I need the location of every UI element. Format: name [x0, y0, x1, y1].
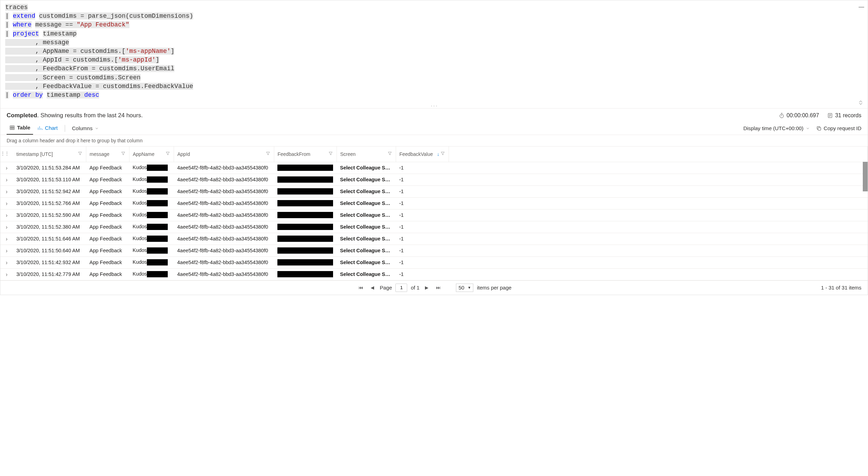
columns-button[interactable]: Columns: [69, 122, 102, 134]
table-row[interactable]: ›3/10/2020, 11:51:53.110 AMApp FeedbackK…: [0, 174, 868, 185]
cell-screen: Select Colleague Screen: [337, 162, 396, 174]
table-row[interactable]: ›3/10/2020, 11:51:52.766 AMApp FeedbackK…: [0, 197, 868, 209]
editor-expand-icon[interactable]: [858, 100, 863, 107]
column-header-screen[interactable]: Screen: [337, 146, 396, 162]
cell-appid: 4aee54f2-f8fb-4a82-bbd3-aa34554380f0: [174, 268, 274, 280]
column-header-message[interactable]: message: [86, 146, 129, 162]
filter-icon[interactable]: [121, 151, 126, 156]
pager: ⏮ ◀ Page of 1 ▶ ⏭ 50▼ items per page 1 -…: [0, 281, 868, 295]
table-row[interactable]: ›3/10/2020, 11:51:53.284 AMApp FeedbackK…: [0, 162, 868, 174]
cell-feedbackvalue: -1: [396, 221, 449, 233]
expander-icon[interactable]: ›: [6, 247, 8, 254]
tab-chart[interactable]: Chart: [34, 122, 61, 134]
redacted-block: [277, 224, 333, 230]
table-row[interactable]: ›3/10/2020, 11:51:42.779 AMApp FeedbackK…: [0, 268, 868, 280]
cell-feedbackvalue: -1: [396, 185, 449, 197]
scrollbar-thumb[interactable]: [863, 162, 868, 191]
expander-icon[interactable]: ›: [6, 200, 8, 206]
column-header-appname[interactable]: AppName: [129, 146, 174, 162]
cell-feedbackfrom: [274, 233, 337, 245]
cell-timestamp: 3/10/2020, 11:51:53.110 AM: [13, 174, 86, 185]
pager-size-select[interactable]: 50▼: [456, 284, 473, 292]
filter-icon[interactable]: [387, 151, 392, 156]
table-row[interactable]: ›3/10/2020, 11:51:52.942 AMApp FeedbackK…: [0, 185, 868, 197]
expander-icon[interactable]: ›: [6, 271, 8, 277]
query-editor[interactable]: traces | extend customdims = parse_json(…: [0, 0, 868, 110]
cell-appname: Kudos: [129, 256, 174, 268]
cell-timestamp: 3/10/2020, 11:51:52.380 AM: [13, 221, 86, 233]
redacted-block: [277, 165, 333, 171]
cell-timestamp: 3/10/2020, 11:51:53.284 AM: [13, 162, 86, 174]
cell-timestamp: 3/10/2020, 11:51:50.640 AM: [13, 245, 86, 256]
column-header-timestamp--utc-[interactable]: timestamp [UTC]: [13, 146, 86, 162]
cell-appname: Kudos: [129, 268, 174, 280]
expander-icon[interactable]: ›: [6, 188, 8, 195]
cell-message: App Feedback: [86, 174, 129, 185]
expander-icon[interactable]: ›: [6, 164, 8, 171]
column-header-feedbackfrom[interactable]: FeedbackFrom: [274, 146, 337, 162]
column-header-appid[interactable]: AppId: [174, 146, 274, 162]
cell-feedbackfrom: [274, 162, 337, 174]
pager-page-input[interactable]: [395, 284, 407, 292]
svg-rect-3: [818, 127, 821, 130]
expander-icon[interactable]: ›: [6, 212, 8, 218]
table-row[interactable]: ›3/10/2020, 11:51:52.380 AMApp FeedbackK…: [0, 221, 868, 233]
cell-message: App Feedback: [86, 221, 129, 233]
status-text: Completed. Showing results from the last…: [7, 112, 143, 119]
tab-table[interactable]: Table: [7, 122, 33, 135]
table-row[interactable]: ›3/10/2020, 11:51:42.932 AMApp FeedbackK…: [0, 256, 868, 268]
cell-feedbackvalue: -1: [396, 174, 449, 185]
pager-last[interactable]: ⏭: [434, 285, 443, 290]
group-by-dropzone[interactable]: Drag a column header and drop it here to…: [0, 135, 868, 146]
pager-prev[interactable]: ◀: [369, 285, 376, 290]
cell-appid: 4aee54f2-f8fb-4a82-bbd3-aa34554380f0: [174, 209, 274, 221]
expander-icon[interactable]: ›: [6, 223, 8, 230]
cell-screen: Select Colleague Screen: [337, 197, 396, 209]
cell-appname: Kudos: [129, 209, 174, 221]
pager-page-label: Page: [380, 285, 392, 291]
cell-feedbackfrom: [274, 268, 337, 280]
redacted-block: [277, 200, 333, 206]
expander-icon[interactable]: ›: [6, 259, 8, 265]
cell-appid: 4aee54f2-f8fb-4a82-bbd3-aa34554380f0: [174, 256, 274, 268]
filter-icon[interactable]: [266, 151, 270, 156]
expander-icon[interactable]: ›: [6, 176, 8, 183]
table-row[interactable]: ›3/10/2020, 11:51:51.646 AMApp FeedbackK…: [0, 233, 868, 245]
cell-feedbackvalue: -1: [396, 233, 449, 245]
cell-screen: Select Colleague Screen: [337, 174, 396, 185]
editor-minimize-icon[interactable]: —: [859, 4, 864, 10]
cell-feedbackfrom: [274, 174, 337, 185]
cell-screen: Select Colleague Screen: [337, 233, 396, 245]
cell-timestamp: 3/10/2020, 11:51:52.942 AM: [13, 185, 86, 197]
cell-appid: 4aee54f2-f8fb-4a82-bbd3-aa34554380f0: [174, 162, 274, 174]
pager-items-per-page-label: items per page: [477, 285, 511, 291]
pager-first[interactable]: ⏮: [356, 285, 365, 290]
cell-message: App Feedback: [86, 268, 129, 280]
cell-feedbackvalue: -1: [396, 209, 449, 221]
cell-feedbackvalue: -1: [396, 197, 449, 209]
cell-appname: Kudos: [129, 197, 174, 209]
cell-timestamp: 3/10/2020, 11:51:52.590 AM: [13, 209, 86, 221]
expander-icon[interactable]: ›: [6, 235, 8, 242]
filter-icon[interactable]: [328, 151, 333, 156]
pager-next[interactable]: ▶: [423, 285, 431, 290]
column-header-feedbackvalue[interactable]: FeedbackValue↓: [396, 146, 449, 162]
cell-feedbackvalue: -1: [396, 268, 449, 280]
display-time-dropdown[interactable]: Display time (UTC+00:00): [743, 125, 810, 131]
cell-appid: 4aee54f2-f8fb-4a82-bbd3-aa34554380f0: [174, 221, 274, 233]
cell-screen: Select Colleague Screen: [337, 209, 396, 221]
filter-icon[interactable]: [78, 151, 82, 156]
query-duration: 00:00:00.697: [779, 112, 819, 119]
redacted-block: [147, 224, 168, 230]
filter-icon[interactable]: [440, 151, 445, 156]
cell-timestamp: 3/10/2020, 11:51:51.646 AM: [13, 233, 86, 245]
table-row[interactable]: ›3/10/2020, 11:51:52.590 AMApp FeedbackK…: [0, 209, 868, 221]
cell-feedbackvalue: -1: [396, 256, 449, 268]
cell-appid: 4aee54f2-f8fb-4a82-bbd3-aa34554380f0: [174, 174, 274, 185]
copy-request-id-button[interactable]: Copy request ID: [816, 125, 861, 131]
sort-arrow-icon: ↓: [437, 151, 440, 157]
records-icon: [827, 113, 833, 118]
redacted-block: [277, 176, 333, 183]
table-row[interactable]: ›3/10/2020, 11:51:50.640 AMApp FeedbackK…: [0, 245, 868, 256]
filter-icon[interactable]: [165, 151, 170, 156]
